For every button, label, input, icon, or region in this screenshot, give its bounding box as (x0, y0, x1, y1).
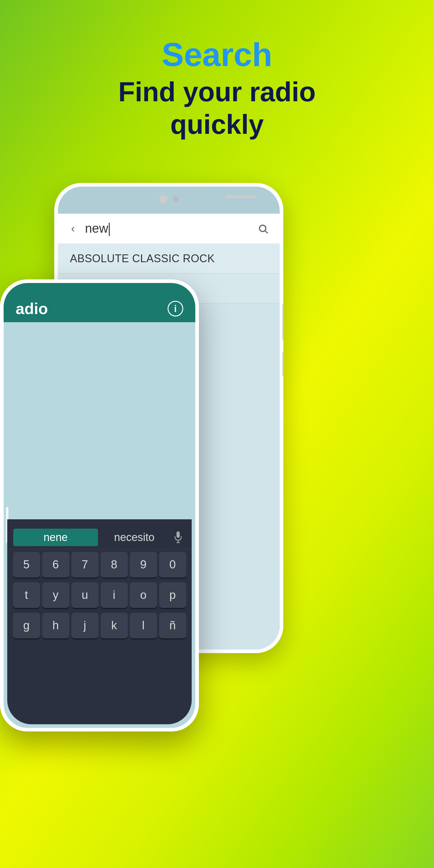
keyboard-suggestions: nene necesito (7, 525, 192, 550)
key-j[interactable]: j (71, 613, 98, 638)
key-y[interactable]: y (42, 582, 69, 608)
key-7[interactable]: 7 (71, 552, 98, 578)
key-p[interactable]: p (159, 582, 186, 608)
key-k[interactable]: k (101, 613, 128, 638)
key-0[interactable]: 0 (159, 552, 186, 578)
search-heading: Search (118, 36, 315, 73)
key-t[interactable]: t (13, 582, 40, 608)
phone-notch (159, 195, 179, 204)
info-icon[interactable]: i (167, 301, 183, 316)
search-input[interactable]: new (85, 221, 255, 236)
search-bar[interactable]: ‹ new (58, 214, 280, 244)
key-row-tyuiop: t y u i o p (7, 580, 192, 610)
keyboard: nene necesito 5 (7, 519, 192, 724)
key-o[interactable]: o (130, 582, 157, 608)
key-u[interactable]: u (71, 582, 98, 608)
key-5[interactable]: 5 (13, 552, 40, 578)
search-icon[interactable] (255, 221, 271, 236)
suggestion-2[interactable]: necesito (98, 531, 170, 544)
radio-app-header: adio i (4, 283, 195, 322)
svg-point-0 (259, 225, 266, 231)
page-content: Search Find your radio quickly ‹ n (0, 0, 434, 858)
key-l[interactable]: l (130, 613, 157, 638)
key-9[interactable]: 9 (130, 552, 157, 578)
key-6[interactable]: 6 (42, 552, 69, 578)
text-cursor (109, 223, 110, 236)
key-n-tilde[interactable]: ñ (159, 613, 186, 638)
back-arrow-icon[interactable]: ‹ (67, 223, 79, 235)
suggestion-1[interactable]: nene (13, 529, 98, 546)
svg-rect-2 (177, 531, 180, 538)
subtitle-text: Find your radio quickly (118, 76, 315, 141)
phone-front-screen: adio i 6 UK nene necesito (4, 283, 195, 728)
phone-front: adio i 6 UK nene necesito (0, 279, 199, 732)
volume-button-1 (282, 304, 283, 340)
camera-dot-2 (173, 196, 179, 202)
volume-button-2 (282, 352, 283, 376)
key-h[interactable]: h (42, 613, 69, 638)
key-row-numbers: 5 6 7 8 9 0 (7, 550, 192, 580)
svg-line-1 (265, 230, 268, 233)
key-g[interactable]: g (13, 613, 40, 638)
header-section: Search Find your radio quickly (118, 36, 315, 141)
key-i[interactable]: i (101, 582, 128, 608)
phones-container: ‹ new ABSOLUTE CLASSIC ROCK BLUES@ (0, 165, 434, 858)
radio-app-title: adio (16, 300, 167, 318)
key-8[interactable]: 8 (101, 552, 128, 578)
camera-dot-1 (159, 195, 167, 204)
result-item-1[interactable]: ABSOLUTE CLASSIC ROCK (58, 244, 280, 274)
key-row-ghjkln: g h j k l ñ (7, 610, 192, 641)
mic-icon[interactable] (170, 530, 186, 545)
status-bar (225, 195, 255, 198)
